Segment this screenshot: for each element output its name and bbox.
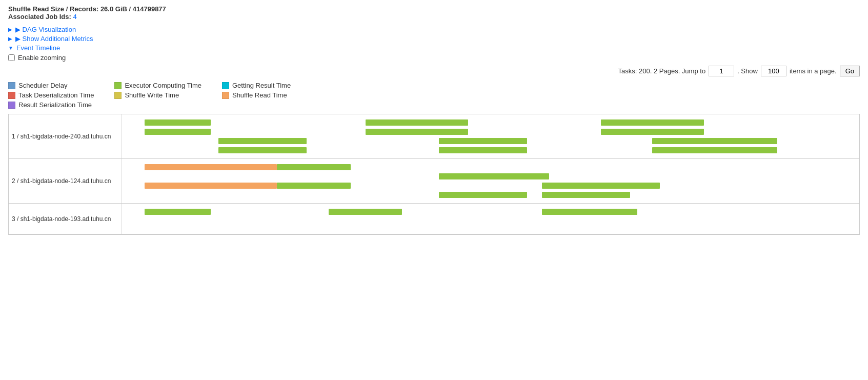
metrics-arrow-icon: ▶ [8,36,12,42]
tasks-nav: Tasks: 200. 2 Pages. Jump to 1 . Show 10… [8,66,860,76]
timeline-arrow-icon: ▼ [8,45,13,51]
task-row [123,182,858,190]
tasks-suffix: items in a page. [790,67,837,75]
task-bar [601,119,704,126]
legend-item: Shuffle Write Time [114,91,201,99]
executor-name: 1 / sh1-bigdata-node-240.ad.tuhu.cn [9,114,122,158]
task-bar [277,183,351,189]
tasks-prefix: Tasks: 200. 2 Pages. Jump to [618,67,706,75]
legend-label: Shuffle Write Time [125,91,179,99]
task-row [123,146,858,154]
go-button[interactable]: Go [840,66,860,76]
dag-label: ▶ DAG Visualization [15,26,76,33]
executor-name: 2 / sh1-bigdata-node-124.ad.tuhu.cn [9,159,122,203]
task-bar [439,192,527,198]
task-bar [542,183,660,189]
task-bar [542,209,638,215]
legend-label: Shuffle Read Time [232,91,287,99]
executor-section: 1 / sh1-bigdata-node-240.ad.tuhu.cn [9,114,859,159]
enable-zoom-checkbox[interactable] [8,54,15,61]
executor-chart [122,204,859,234]
task-bar [439,138,527,144]
legend-color-swatch [114,82,122,89]
legend-color-swatch [8,102,15,109]
legend-color-swatch [8,92,15,99]
task-bar [439,147,527,153]
task-bar [652,147,777,153]
executor-name: 3 / sh1-bigdata-node-193.ad.tuhu.cn [9,204,122,234]
task-bar [329,209,402,215]
task-bar [366,119,469,126]
legend-item: Executor Computing Time [114,82,201,89]
additional-metrics-toggle[interactable]: ▶ ▶ Show Additional Metrics [8,35,860,43]
tasks-middle: . Show [737,67,758,75]
legend-label: Scheduler Delay [18,82,67,89]
task-bar [601,129,704,135]
dag-arrow-icon: ▶ [8,27,12,32]
legend-item: Getting Result Time [222,82,291,89]
timeline-container: 1 / sh1-bigdata-node-240.ad.tuhu.cn2 / s… [8,114,860,235]
legend-item: Result Serialization Time [8,101,94,109]
task-bar [145,209,211,215]
task-row [123,128,858,136]
enable-zoom-label: Enable zooming [18,54,66,62]
task-bar [652,138,777,144]
enable-zoom-row: Enable zooming [8,54,860,62]
show-items-input[interactable]: 100 [761,66,786,76]
task-bar [145,119,211,126]
legend-color-swatch [222,92,229,99]
task-row [123,172,858,181]
job-ids-link[interactable]: 4 [73,13,76,21]
legend-color-swatch [114,92,122,99]
task-bar [277,164,351,170]
legend-item: Scheduler Delay [8,82,94,89]
task-row [123,137,858,145]
task-bar [145,129,211,135]
legend-color-swatch [222,82,229,89]
task-bar [145,183,277,189]
task-bar [542,192,630,198]
legend-item: Task Deserialization Time [8,91,94,99]
timeline-label: Event Timeline [16,44,60,52]
legend-color-swatch [8,82,15,89]
jump-to-input[interactable]: 1 [709,66,734,76]
executor-chart [122,159,859,203]
event-timeline-toggle[interactable]: ▼ Event Timeline [8,44,860,52]
metrics-label: ▶ Show Additional Metrics [15,35,93,43]
task-bar [145,164,277,170]
task-row [123,191,858,199]
task-row [123,163,858,171]
legend-item: Shuffle Read Time [222,91,291,99]
legend-label: Executor Computing Time [125,82,201,89]
job-ids-label: Associated Job Ids: [8,13,71,21]
header-section: Shuffle Read Size / Records: 26.0 GiB / … [8,5,860,21]
legend: Scheduler DelayExecutor Computing TimeGe… [8,82,291,109]
task-bar [218,147,307,153]
task-row [123,208,858,216]
legend-label: Task Deserialization Time [18,91,94,99]
task-row [123,118,858,127]
shuffle-label: Shuffle Read Size / Records: [8,5,98,13]
legend-label: Result Serialization Time [18,101,92,109]
task-bar [366,129,469,135]
executor-chart [122,114,859,158]
shuffle-value: 26.0 GiB / 414799877 [100,5,166,13]
executor-section: 3 / sh1-bigdata-node-193.ad.tuhu.cn [9,204,859,234]
task-bar [218,138,307,144]
dag-visualization-toggle[interactable]: ▶ ▶ DAG Visualization [8,26,860,33]
legend-label: Getting Result Time [232,82,291,89]
executor-section: 2 / sh1-bigdata-node-124.ad.tuhu.cn [9,159,859,204]
task-bar [439,173,549,179]
